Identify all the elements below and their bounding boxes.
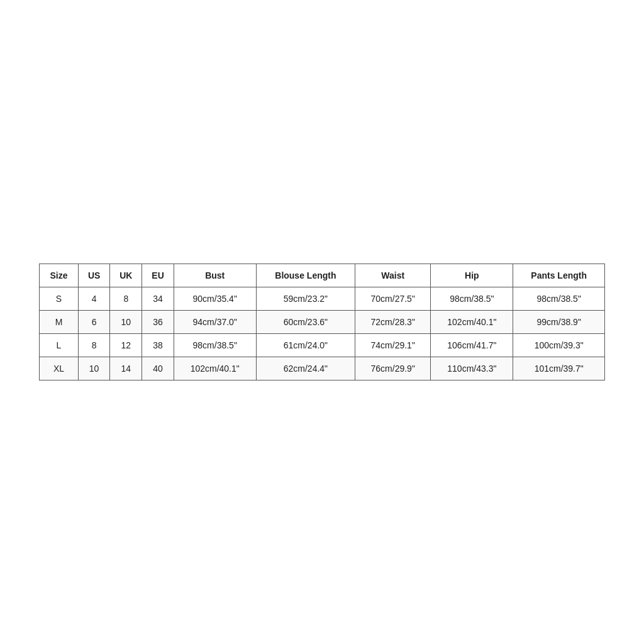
header-bust: Bust: [174, 264, 256, 287]
cell-bust: 90cm/35.4": [174, 287, 256, 311]
cell-pants_length: 99cm/38.9": [513, 311, 605, 334]
cell-eu: 40: [142, 357, 174, 380]
table-row: S483490cm/35.4"59cm/23.2"70cm/27.5"98cm/…: [40, 287, 605, 311]
cell-size: S: [40, 287, 79, 311]
cell-size: M: [40, 311, 79, 334]
table-row: L8123898cm/38.5"61cm/24.0"74cm/29.1"106c…: [40, 334, 605, 357]
cell-waist: 74cm/29.1": [355, 334, 431, 357]
cell-pants_length: 98cm/38.5": [513, 287, 605, 311]
header-us: US: [79, 264, 110, 287]
size-chart-table: Size US UK EU Bust Blouse Length Waist H…: [39, 264, 605, 380]
cell-us: 10: [79, 357, 110, 380]
cell-eu: 34: [142, 287, 174, 311]
header-waist: Waist: [355, 264, 431, 287]
cell-uk: 8: [110, 287, 142, 311]
cell-size: L: [40, 334, 79, 357]
cell-us: 8: [79, 334, 110, 357]
header-size: Size: [40, 264, 79, 287]
cell-pants_length: 100cm/39.3": [513, 334, 605, 357]
cell-waist: 72cm/28.3": [355, 311, 431, 334]
cell-blouse_length: 62cm/24.4": [256, 357, 355, 380]
cell-blouse_length: 61cm/24.0": [256, 334, 355, 357]
table-row: XL101440102cm/40.1"62cm/24.4"76cm/29.9"1…: [40, 357, 605, 380]
header-pants-length: Pants Length: [513, 264, 605, 287]
cell-us: 4: [79, 287, 110, 311]
header-uk: UK: [110, 264, 142, 287]
cell-hip: 102cm/40.1": [431, 311, 513, 334]
cell-size: XL: [40, 357, 79, 380]
cell-eu: 36: [142, 311, 174, 334]
cell-blouse_length: 59cm/23.2": [256, 287, 355, 311]
cell-uk: 10: [110, 311, 142, 334]
table-header-row: Size US UK EU Bust Blouse Length Waist H…: [40, 264, 605, 287]
cell-us: 6: [79, 311, 110, 334]
cell-uk: 12: [110, 334, 142, 357]
cell-waist: 70cm/27.5": [355, 287, 431, 311]
cell-hip: 106cm/41.7": [431, 334, 513, 357]
cell-bust: 102cm/40.1": [174, 357, 256, 380]
cell-blouse_length: 60cm/23.6": [256, 311, 355, 334]
cell-bust: 94cm/37.0": [174, 311, 256, 334]
cell-uk: 14: [110, 357, 142, 380]
cell-waist: 76cm/29.9": [355, 357, 431, 380]
cell-bust: 98cm/38.5": [174, 334, 256, 357]
header-eu: EU: [142, 264, 174, 287]
cell-pants_length: 101cm/39.7": [513, 357, 605, 380]
size-chart-container: Size US UK EU Bust Blouse Length Waist H…: [39, 264, 605, 380]
cell-eu: 38: [142, 334, 174, 357]
cell-hip: 98cm/38.5": [431, 287, 513, 311]
table-row: M6103694cm/37.0"60cm/23.6"72cm/28.3"102c…: [40, 311, 605, 334]
cell-hip: 110cm/43.3": [431, 357, 513, 380]
header-hip: Hip: [431, 264, 513, 287]
header-blouse-length: Blouse Length: [256, 264, 355, 287]
